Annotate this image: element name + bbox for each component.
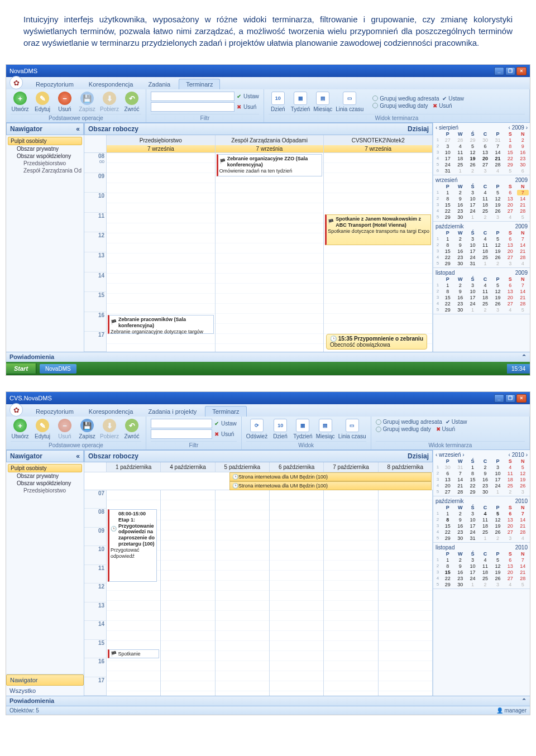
day-column[interactable] bbox=[216, 490, 270, 696]
group-by-date[interactable]: Grupuj według daty ✖ Usuń bbox=[376, 426, 525, 432]
mini-cal[interactable]: październik2009 PWŚCPSN11234567289101112… bbox=[433, 222, 530, 268]
tab-korespondencja[interactable]: Korespondencja bbox=[82, 79, 140, 89]
nav-item[interactable]: Przedsiębiorstwo bbox=[8, 160, 82, 167]
view-timeline[interactable]: ▭Linia czasu bbox=[338, 419, 366, 439]
notifications-title[interactable]: Powiadomienia bbox=[9, 697, 54, 705]
calendar-event[interactable]: 🏴 Zebranie organizacyjne ZZO (Sala konfe… bbox=[217, 154, 323, 176]
close-icon[interactable]: × bbox=[516, 394, 527, 403]
day-column[interactable]: 🏴 Zebranie pracowników (Sala konferencyj… bbox=[107, 153, 216, 352]
group-by-date[interactable]: Grupuj według daty ✖ Usuń bbox=[372, 103, 464, 109]
view-week[interactable]: ▦Tydzień bbox=[293, 419, 312, 439]
nav-item[interactable]: Przedsiębiorstwo bbox=[8, 487, 82, 494]
notifications-title[interactable]: Powiadomienia bbox=[9, 353, 54, 361]
gear-icon[interactable]: ✿ bbox=[9, 403, 23, 417]
edit-button[interactable]: ✎Edytuj bbox=[33, 92, 52, 112]
tab-repozytorium[interactable]: Repozytorium bbox=[29, 79, 80, 89]
calendar-event[interactable]: 🏴 Spotkanie bbox=[108, 649, 159, 658]
edit-button[interactable]: ✎Edytuj bbox=[33, 419, 52, 439]
calendar-event[interactable]: 🏴 Spotkanie z Janem Nowakowskim z ABC Tr… bbox=[325, 214, 431, 245]
day-column[interactable] bbox=[379, 490, 433, 696]
tab-terminarz[interactable]: Terminarz bbox=[179, 79, 220, 89]
nav-item[interactable]: Obszar współdzielony bbox=[8, 152, 82, 160]
day-column[interactable]: 🕒 08:00-15:00 Etap 1: Przygotowanie odpo… bbox=[107, 490, 161, 696]
nav-item[interactable]: Obszar współdzielony bbox=[8, 480, 82, 487]
tab-terminarz[interactable]: Terminarz bbox=[205, 406, 246, 417]
view-month[interactable]: ▤Miesiąc bbox=[313, 92, 332, 112]
group-by-recipient[interactable]: Grupuj według adresata ✔ Ustaw bbox=[376, 419, 525, 425]
maximize-icon[interactable]: ❐ bbox=[505, 394, 515, 403]
nav-root[interactable]: Pulpit osobisty bbox=[8, 137, 82, 145]
delete-button[interactable]: −Usuń bbox=[55, 92, 74, 112]
minimize-icon[interactable]: _ bbox=[494, 67, 504, 75]
close-icon[interactable]: × bbox=[516, 67, 527, 75]
view-month[interactable]: ▤Miesiąc bbox=[316, 419, 335, 439]
mini-cal[interactable]: wrzesień2009 PWŚCPSN11234567289101112131… bbox=[433, 175, 530, 222]
allday-event[interactable]: 🕒 Strona internetowa dla UM Będzin (100) bbox=[229, 481, 432, 490]
maximize-icon[interactable]: ❐ bbox=[505, 67, 515, 75]
day-column[interactable] bbox=[324, 490, 378, 696]
column-header: Zespół Zarządzania Odpadami bbox=[216, 135, 324, 145]
navigator-title: Nawigator bbox=[10, 125, 42, 133]
expand-icon[interactable]: ⌃ bbox=[521, 353, 527, 361]
nav-item[interactable]: Zespół Zarządzania Od bbox=[8, 167, 82, 174]
filter-input-1[interactable] bbox=[151, 419, 212, 428]
nav-bottom-tab[interactable]: Wszystko bbox=[6, 686, 84, 696]
get-button[interactable]: ⬇Pobierz bbox=[100, 419, 119, 439]
taskbar-app[interactable]: NovaDMS bbox=[40, 364, 76, 374]
allday-event[interactable]: 🕒 Strona internetowa dla UM Będzin (100) bbox=[229, 472, 432, 481]
create-button[interactable]: +Utwórz bbox=[11, 92, 30, 112]
day-column[interactable] bbox=[161, 490, 215, 696]
filter-set[interactable]: Ustaw bbox=[221, 420, 237, 427]
tab-zadania[interactable]: Zadania i projekty bbox=[141, 406, 203, 417]
day-column[interactable]: 🏴 Zebranie organizacyjne ZZO (Sala konfe… bbox=[216, 153, 324, 352]
filter-input-1[interactable] bbox=[151, 92, 234, 101]
start-button[interactable]: Start bbox=[6, 363, 36, 374]
view-refresh[interactable]: ⟳Odśwież bbox=[246, 419, 267, 439]
return-button[interactable]: ↶Zwróć bbox=[122, 419, 141, 439]
nav-bottom-tab[interactable]: Nawigator bbox=[6, 674, 84, 686]
tab-repozytorium[interactable]: Repozytorium bbox=[29, 406, 80, 417]
filter-set[interactable]: Ustaw bbox=[243, 93, 259, 99]
create-button[interactable]: +Utwórz bbox=[11, 419, 30, 439]
nav-item[interactable]: Obszar prywatny bbox=[8, 472, 82, 480]
view-timeline[interactable]: ▭Linia czasu bbox=[336, 92, 363, 112]
today-button[interactable]: Dzisiaj bbox=[408, 125, 429, 133]
save-button[interactable]: 💾Zapisz bbox=[78, 92, 97, 112]
view-day[interactable]: 10Dzień bbox=[271, 419, 290, 439]
save-button[interactable]: 💾Zapisz bbox=[78, 419, 97, 439]
today-button[interactable]: Dzisiaj bbox=[408, 452, 429, 460]
mini-cal[interactable]: listopad2009 PWŚCPSN11234567289101112131… bbox=[433, 268, 530, 314]
calendar-event[interactable]: 🏴 Zebranie pracowników (Sala konferencyj… bbox=[108, 315, 214, 334]
tab-korespondencja[interactable]: Korespondencja bbox=[82, 406, 140, 417]
expand-icon[interactable]: ⌃ bbox=[521, 697, 527, 705]
screenshot-1: NovaDMS _ ❐ × ✿ Repozytorium Koresponden… bbox=[6, 64, 530, 376]
filter-del[interactable]: Usuń bbox=[221, 431, 234, 437]
group-by-recipient[interactable]: Grupuj według adresata ✔ Ustaw bbox=[372, 95, 464, 102]
mini-cal[interactable]: październik2010 PWŚCPSN11234567289101112… bbox=[433, 496, 530, 543]
nav-item[interactable]: Obszar prywatny bbox=[8, 145, 82, 152]
day-column[interactable]: 🏴 Spotkanie z Janem Nowakowskim z ABC Tr… bbox=[324, 153, 433, 352]
tab-zadania[interactable]: Zadania bbox=[141, 79, 177, 89]
gear-icon[interactable]: ✿ bbox=[9, 76, 23, 89]
filter-input-2[interactable] bbox=[151, 102, 234, 112]
collapse-icon[interactable]: « bbox=[76, 125, 80, 133]
filter-input-2[interactable] bbox=[151, 429, 212, 439]
navigator-panel: Nawigator« Pulpit osobisty Obszar prywat… bbox=[6, 123, 84, 352]
calendar-event[interactable]: 🕒 08:00-15:00 Etap 1: Przygotowanie odpo… bbox=[108, 509, 157, 582]
view-week[interactable]: ▦Tydzień bbox=[291, 92, 310, 112]
delete-button[interactable]: −Usuń bbox=[55, 419, 74, 439]
nav-root[interactable]: Pulpit osobisty bbox=[8, 464, 82, 472]
mini-cal[interactable]: ‹ sierpień‹ 2009 › PWŚCPSN12728293031122… bbox=[433, 123, 530, 175]
collapse-icon[interactable]: « bbox=[76, 452, 80, 460]
filter-del[interactable]: Usuń bbox=[243, 104, 256, 110]
get-button[interactable]: ⬇Pobierz bbox=[100, 92, 119, 112]
mini-cal[interactable]: ‹ wrzesień ›‹ 2010 › PWŚCPSN130311234526… bbox=[433, 450, 530, 496]
navigator-panel: Nawigator« Pulpit osobisty Obszar prywat… bbox=[6, 450, 84, 696]
return-button[interactable]: ↶Zwróć bbox=[122, 92, 141, 112]
column-header: Przedsiębiorstwo bbox=[107, 135, 215, 145]
view-day[interactable]: 10Dzień bbox=[269, 92, 288, 112]
mini-cal[interactable]: listopad2010 PWŚCPSN11234567289101112131… bbox=[433, 543, 530, 589]
minimize-icon[interactable]: _ bbox=[494, 394, 504, 403]
day-column[interactable] bbox=[270, 490, 324, 696]
reminder-popup[interactable]: 🕒 15:35 Przypomnienie o zebraniu Obecnoś… bbox=[326, 334, 427, 350]
